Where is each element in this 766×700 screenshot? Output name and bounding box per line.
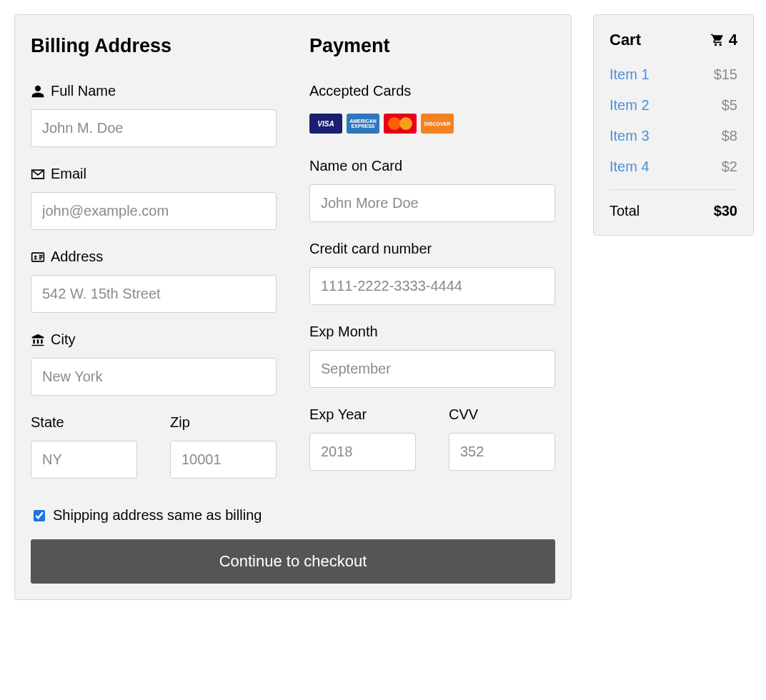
state-label-text: State	[31, 414, 64, 431]
cart-item-price: $15	[714, 66, 737, 83]
payment-title: Payment	[309, 35, 555, 57]
exp-year-label-text: Exp Year	[309, 406, 367, 423]
same-address-label: Shipping address same as billing	[53, 507, 262, 524]
visa-icon: VISA	[309, 114, 342, 134]
cart-separator	[610, 189, 737, 190]
cart-total-value: $30	[714, 203, 737, 219]
cvv-label: CVV	[449, 406, 555, 423]
svg-point-6	[719, 44, 721, 46]
full-name-label: Full Name	[31, 83, 277, 99]
cc-number-label: Credit card number	[309, 241, 555, 257]
exp-year-input[interactable]	[309, 433, 416, 471]
amex-icon: AMERICANEXPRESS	[347, 114, 379, 134]
exp-month-label-text: Exp Month	[309, 324, 378, 340]
cart-item-price: $5	[722, 97, 737, 114]
name-on-card-label-text: Name on Card	[309, 158, 402, 174]
state-label: State	[31, 414, 137, 431]
cart-item-link[interactable]: Item 3	[610, 128, 650, 144]
continue-to-checkout-button[interactable]: Continue to checkout	[31, 539, 555, 584]
email-label-text: Email	[51, 166, 86, 182]
address-label: Address	[31, 249, 277, 265]
payment-column: Payment Accepted Cards VISA AMERICANEXPR…	[309, 31, 555, 497]
cart-item-link[interactable]: Item 2	[610, 97, 650, 114]
envelope-icon	[31, 167, 45, 181]
cvv-input[interactable]	[449, 433, 555, 471]
cart-item: Item 2 $5	[610, 97, 737, 114]
discover-icon: DISCOVER	[421, 114, 454, 134]
mastercard-icon	[384, 114, 417, 134]
full-name-label-text: Full Name	[51, 83, 116, 99]
accepted-cards-label: Accepted Cards	[309, 83, 555, 99]
checkout-form-panel: Billing Address Full Name Email	[14, 14, 572, 600]
cart-panel: Cart 4 Item 1 $15 Item 2 $5 Item 3 $8 It…	[593, 14, 754, 236]
cart-total-label: Total	[610, 203, 640, 219]
city-input[interactable]	[31, 358, 277, 396]
cart-title: Cart	[610, 31, 641, 49]
email-label: Email	[31, 166, 277, 182]
full-name-input[interactable]	[31, 109, 277, 147]
cc-number-input[interactable]	[309, 267, 555, 305]
email-input[interactable]	[31, 192, 277, 230]
name-on-card-input[interactable]	[309, 184, 555, 222]
address-label-text: Address	[51, 249, 103, 265]
svg-point-1	[34, 255, 36, 257]
cart-icon	[710, 33, 725, 47]
zip-label-text: Zip	[170, 414, 190, 431]
zip-label: Zip	[170, 414, 277, 431]
cvv-label-text: CVV	[449, 406, 478, 423]
cart-item-price: $8	[722, 128, 737, 144]
accepted-cards-icons: VISA AMERICANEXPRESS DISCOVER	[309, 114, 555, 134]
user-icon	[31, 84, 45, 99]
cart-item: Item 4 $2	[610, 159, 737, 175]
cart-item: Item 1 $15	[610, 66, 737, 83]
exp-year-label: Exp Year	[309, 406, 416, 423]
cart-item-link[interactable]: Item 1	[610, 66, 650, 83]
cart-item-price: $2	[722, 159, 737, 175]
city-label: City	[31, 331, 277, 348]
address-card-icon	[31, 250, 45, 264]
exp-month-input[interactable]	[309, 350, 555, 388]
zip-input[interactable]	[170, 441, 277, 479]
billing-column: Billing Address Full Name Email	[31, 31, 277, 497]
same-address-row[interactable]: Shipping address same as billing	[31, 507, 555, 524]
billing-title: Billing Address	[31, 35, 277, 57]
institution-icon	[31, 333, 45, 347]
name-on-card-label: Name on Card	[309, 158, 555, 174]
cc-number-label-text: Credit card number	[309, 241, 432, 257]
cart-item-link[interactable]: Item 4	[610, 159, 650, 175]
same-address-checkbox[interactable]	[34, 510, 45, 521]
exp-month-label: Exp Month	[309, 324, 555, 340]
cart-item: Item 3 $8	[610, 128, 737, 144]
city-label-text: City	[51, 331, 75, 348]
cart-count: 4	[729, 31, 737, 49]
state-input[interactable]	[31, 441, 137, 479]
svg-point-5	[715, 44, 717, 46]
address-input[interactable]	[31, 275, 277, 313]
